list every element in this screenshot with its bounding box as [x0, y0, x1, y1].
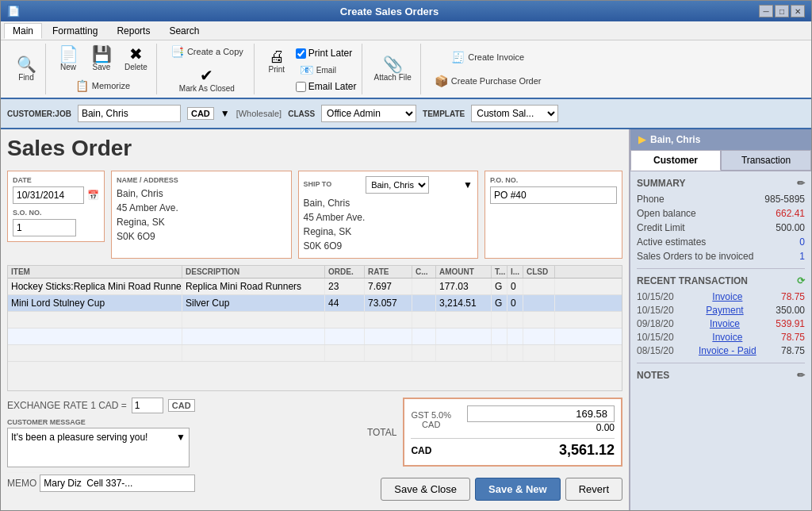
close-button[interactable]: ✕: [791, 5, 805, 17]
new-label: New: [60, 63, 76, 71]
left-panel: Sales Order DATE 📅 S.O. NO.: [1, 129, 629, 510]
ribbon-group-create: 🧾 Create Invoice 📦 Create Purchase Order: [424, 44, 552, 94]
td-desc-0: Replica Mini Road Runners: [182, 279, 325, 294]
gst-amount-input[interactable]: [467, 405, 615, 422]
ship-postal: S0K 6O9: [304, 239, 473, 253]
table-body: Hockey Sticks:Replica Mini Road Runners …: [8, 279, 622, 390]
email-button[interactable]: 📧 Email: [296, 62, 357, 78]
recent-date-3: 10/15/20: [637, 332, 674, 343]
th-rate: RATE: [365, 266, 412, 278]
print-label: Print: [269, 65, 285, 74]
notes-title-text: NOTES: [637, 370, 669, 381]
dropdown-arrow-customer: ▼: [220, 108, 230, 119]
ribbon-group-edit: 📄 New 💾 Save ✖ Delete 📋 Memorize: [49, 44, 157, 94]
calendar-icon[interactable]: 📅: [87, 190, 99, 201]
date-input[interactable]: [13, 186, 84, 204]
recent-amount-0: 78.75: [781, 291, 805, 302]
create-invoice-button[interactable]: 🧾 Create Invoice: [446, 48, 530, 66]
customer-job-input[interactable]: [78, 105, 181, 122]
so-title: Sales Order: [7, 136, 622, 161]
attach-file-label: Attach File: [374, 73, 412, 82]
sales-orders-value: 1: [799, 251, 805, 262]
revert-button[interactable]: Revert: [565, 478, 622, 501]
find-icon: 🔍: [17, 56, 36, 72]
table-header: ITEM DESCRIPTION ORDE. RATE C... AMOUNT …: [8, 266, 622, 279]
print-icon: 🖨: [269, 48, 285, 64]
menu-formatting[interactable]: Formatting: [44, 23, 106, 39]
ship-to-label: SHIP TO: [304, 180, 332, 188]
minimize-button[interactable]: ─: [759, 5, 773, 17]
total-currency: CAD: [411, 445, 431, 456]
create-copy-button[interactable]: 📑 Create a Copy: [165, 43, 249, 60]
tab-transaction[interactable]: Transaction: [721, 150, 811, 171]
create-po-button[interactable]: 📦 Create Purchase Order: [429, 72, 547, 90]
delete-button[interactable]: ✖ Delete: [121, 44, 151, 74]
memorize-button[interactable]: 📋 Memorize: [70, 77, 136, 94]
ribbon-group-print: 🖨 Print Print Later 📧 Email Email Later: [258, 44, 362, 94]
recent-type-0[interactable]: Invoice: [712, 291, 742, 302]
create-invoice-label: Create Invoice: [468, 52, 524, 62]
customer-message-textarea[interactable]: It's been a pleasure serving you!: [11, 432, 174, 463]
save-close-button[interactable]: Save & Close: [381, 478, 470, 501]
exchange-input[interactable]: [132, 398, 163, 413]
totals-section: GST 5.0% CAD 0.00 CAD: [403, 398, 622, 467]
print-button[interactable]: 🖨 Print: [262, 46, 291, 76]
gst-label: GST 5.0%: [411, 410, 451, 420]
mark-closed-button[interactable]: ✔ Mark As Closed: [175, 65, 239, 95]
recent-type-4[interactable]: Invoice - Paid: [699, 345, 756, 356]
email-later-checkbox[interactable]: [296, 82, 306, 92]
main-window: 📄 Create Sales Orders ─ □ ✕ Main Formatt…: [0, 0, 812, 511]
find-button[interactable]: 🔍 Find: [12, 54, 40, 84]
table-row-empty-3[interactable]: [8, 345, 622, 362]
address-street: 45 Amber Ave.: [117, 201, 286, 215]
ship-to-select[interactable]: Bain, Chris: [366, 176, 429, 194]
class-select[interactable]: Office Admin: [321, 105, 416, 122]
summary-edit-icon[interactable]: ✏: [797, 178, 805, 189]
menu-bar: Main Formatting Reports Search: [1, 21, 811, 40]
save-icon: 💾: [92, 46, 112, 62]
table-row-empty-2[interactable]: [8, 328, 622, 345]
summary-estimates-row: Active estimates 0: [637, 236, 805, 248]
tab-customer[interactable]: Customer: [630, 150, 721, 171]
right-panel-header: ▶ Bain, Chris: [630, 129, 811, 150]
template-select[interactable]: Custom Sal...: [471, 105, 558, 122]
save-button[interactable]: 💾 Save: [87, 44, 116, 74]
customer-job-label: CUSTOMER:JOB: [7, 110, 71, 118]
print-later-checkbox[interactable]: [296, 48, 306, 59]
open-balance-label: Open balance: [637, 208, 696, 219]
active-estimates-value: 0: [799, 236, 805, 248]
create-copy-label: Create a Copy: [187, 47, 243, 56]
ribbon-group-attach: 📎 Attach File: [366, 44, 421, 94]
recent-edit-icon[interactable]: ⟳: [797, 275, 805, 286]
so-no-input[interactable]: [13, 219, 76, 236]
recent-date-4: 08/15/20: [637, 345, 674, 356]
menu-search[interactable]: Search: [160, 23, 208, 39]
ship-address-text: Bain, Chris 45 Amber Ave. Regina, SK S0K…: [304, 196, 473, 253]
memo-input[interactable]: [40, 474, 194, 492]
restore-button[interactable]: □: [775, 5, 789, 17]
customer-msg-dropdown[interactable]: ▼: [176, 432, 186, 443]
credit-limit-value: 500.00: [776, 222, 805, 233]
new-button[interactable]: 📄 New: [54, 44, 82, 74]
divider-2: [637, 363, 805, 363]
so-no-label: S.O. NO.: [13, 209, 99, 217]
recent-type-2[interactable]: Invoice: [710, 318, 740, 329]
recent-type-1[interactable]: Payment: [706, 305, 743, 316]
notes-edit-icon[interactable]: ✏: [797, 370, 805, 381]
td-c-0: [412, 279, 436, 294]
title-bar: 📄 Create Sales Orders ─ □ ✕: [1, 1, 811, 21]
menu-reports[interactable]: Reports: [108, 23, 159, 39]
recent-type-3[interactable]: Invoice: [712, 332, 742, 343]
table-row[interactable]: Hockey Sticks:Replica Mini Road Runners …: [8, 279, 622, 295]
menu-main[interactable]: Main: [4, 23, 42, 39]
credit-limit-label: Credit Limit: [637, 222, 685, 233]
exchange-currency: CAD: [168, 399, 195, 412]
memorize-icon: 📋: [75, 79, 89, 92]
po-no-input[interactable]: [490, 186, 617, 204]
table-row[interactable]: Mini Lord Stulney Cup Silver Cup 44 73.0…: [8, 295, 622, 312]
td-rate-0: 7.697: [365, 279, 412, 294]
recent-title: RECENT TRANSACTION ⟳: [637, 275, 805, 286]
table-row-empty-1[interactable]: [8, 312, 622, 328]
save-new-button[interactable]: Save & New: [475, 478, 561, 501]
attach-file-button[interactable]: 📎 Attach File: [370, 54, 416, 84]
